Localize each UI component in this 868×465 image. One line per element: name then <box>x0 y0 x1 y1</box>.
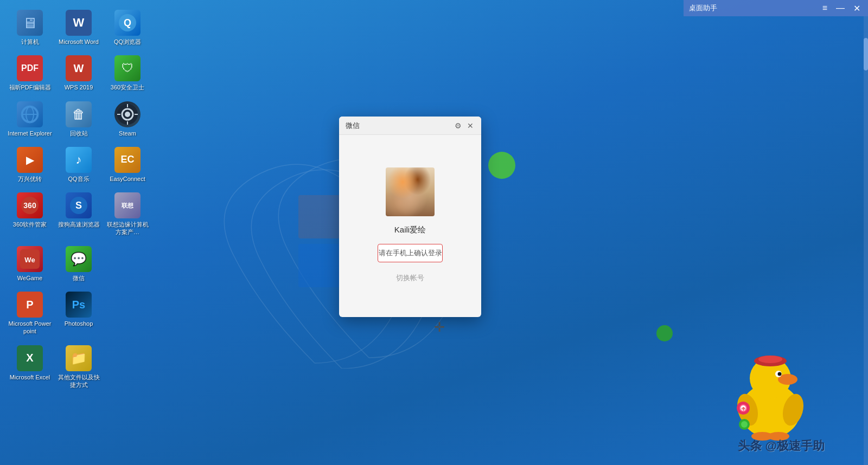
toolbar-buttons: ≡ — ✕ <box>820 3 863 14</box>
excel-label: Microsoft Excel <box>10 373 50 381</box>
top-toolbar: 桌面助手 ≡ — ✕ <box>684 0 868 16</box>
svg-point-12 <box>125 112 130 117</box>
recycle-icon: 🗑 <box>66 101 92 127</box>
easyconn-icon: EC <box>114 147 141 173</box>
ps-icon: Ps <box>66 292 92 318</box>
desktop-icon-360[interactable]: 🛡 360安全卫士 <box>103 51 152 95</box>
desktop-icon-wechat-desk[interactable]: 💬 微信 <box>54 242 103 286</box>
desktop-icon-qqmusic[interactable]: ♪ QQ音乐 <box>54 143 103 187</box>
360-label: 360安全卫士 <box>111 83 144 91</box>
excel-icon: X <box>17 345 43 371</box>
svg-text:Q: Q <box>124 17 131 28</box>
svg-text:We: We <box>24 256 35 264</box>
wegame-icon: We <box>17 246 43 272</box>
wanxing-label: 万兴优转 <box>18 175 42 183</box>
avatar-image <box>386 167 435 216</box>
dialog-titlebar: 微信 ⚙ ✕ <box>339 117 481 135</box>
dialog-title: 微信 <box>346 121 360 131</box>
desktop-icon-pdf[interactable]: PDF 福昕PDF编辑器 <box>5 51 54 95</box>
desktop-icon-excel[interactable]: X Microsoft Excel <box>5 341 54 393</box>
toolbar-close-btn[interactable]: ✕ <box>851 3 863 14</box>
svg-text:360: 360 <box>23 201 36 210</box>
ie-label: Internet Explorer <box>8 130 52 137</box>
scrollbar-thumb <box>864 38 868 70</box>
svg-text:S: S <box>75 200 82 211</box>
360-icon: 🛡 <box>114 55 141 81</box>
computer-icon: 🖥 <box>17 10 43 36</box>
desktop-icon-steam[interactable]: Steam <box>103 97 152 141</box>
wechat-desk-icon: 💬 <box>66 246 92 272</box>
dialog-settings-btn[interactable]: ⚙ <box>454 120 463 131</box>
svg-text:中: 中 <box>742 406 745 411</box>
right-scrollbar[interactable] <box>864 16 868 465</box>
icon-row-3: ▶ 万兴优转 ♪ QQ音乐 EC EasyConnect <box>5 143 152 188</box>
wegame-label: WeGame <box>17 274 42 282</box>
desktop-icon-qq-browser[interactable]: Q QQ浏览器 <box>103 5 152 50</box>
toolbar-title: 桌面助手 <box>689 3 717 13</box>
desktop-icon-lenovo[interactable]: 联想 联想边缘计算机方案产… <box>103 188 152 241</box>
lenovo-icon: 联想 <box>114 192 141 218</box>
desktop-icon-sougou[interactable]: S 搜狗高速浏览器 <box>54 188 103 241</box>
steam-label: Steam <box>119 130 136 137</box>
dialog-controls: ⚙ ✕ <box>454 120 475 131</box>
dialog-body: Kaili爱绘 请在手机上确认登录 切换帐号 <box>339 135 481 317</box>
ie-icon <box>17 101 43 127</box>
watermark: 头条 @极速手助 <box>738 438 825 454</box>
desktop-icon-ppt[interactable]: P Microsoft Powerpoint <box>5 287 54 340</box>
360mgr-icon: 360 <box>17 192 43 218</box>
wps-icon: W <box>66 55 92 81</box>
pdf-label: 福昕PDF编辑器 <box>9 83 51 91</box>
desktop-icon-ps[interactable]: Ps Photoshop <box>54 287 103 340</box>
confirm-login-button[interactable]: 请在手机上确认登录 <box>378 244 443 262</box>
easyconn-label: EasyConnect <box>110 175 145 183</box>
qqmusic-label: QQ音乐 <box>68 175 89 183</box>
360mgr-label: 360软件管家 <box>13 221 47 228</box>
desktop-icon-word[interactable]: W Microsoft Word <box>54 5 103 50</box>
desktop: 桌面助手 ≡ — ✕ 🖥 计算机 W Microsoft Word <box>0 0 868 465</box>
desktop-icon-computer[interactable]: 🖥 计算机 <box>5 5 54 50</box>
qq-browser-icon: Q <box>114 10 141 36</box>
dialog-close-btn[interactable]: ✕ <box>466 120 475 131</box>
sougou-icon: S <box>66 192 92 218</box>
desktop-icon-ie[interactable]: Internet Explorer <box>5 97 54 141</box>
switch-account-button[interactable]: 切换帐号 <box>392 271 429 285</box>
word-label: Microsoft Word <box>59 38 99 46</box>
svg-point-35 <box>741 421 748 428</box>
svg-point-29 <box>758 356 782 363</box>
wps-label: WPS 2019 <box>65 83 93 91</box>
desktop-icon-wps[interactable]: W WPS 2019 <box>54 51 103 95</box>
desktop-icon-easyconn[interactable]: EC EasyConnect <box>103 143 152 187</box>
files-label: 其他文件以及快捷方式 <box>56 373 101 389</box>
duck-mascot: 中 <box>727 330 814 438</box>
desktop-icon-wanxing[interactable]: ▶ 万兴优转 <box>5 143 54 187</box>
deco-circle-2 <box>656 325 673 341</box>
icon-row-7: X Microsoft Excel 📁 其他文件以及快捷方式 <box>5 341 152 395</box>
wechat-dialog: 微信 ⚙ ✕ Kaili爱绘 请在手机上确认登录 切换帐号 <box>339 117 481 317</box>
svg-point-23 <box>778 372 782 376</box>
ppt-label: Microsoft Powerpoint <box>8 320 52 335</box>
desktop-icon-wegame[interactable]: We WeGame <box>5 242 54 286</box>
user-avatar <box>386 167 435 216</box>
wanxing-icon: ▶ <box>17 147 43 173</box>
files-icon: 📁 <box>66 345 92 371</box>
computer-label: 计算机 <box>21 38 39 46</box>
sougou-label: 搜狗高速浏览器 <box>58 221 100 228</box>
ppt-icon: P <box>17 292 43 318</box>
desktop-icons: 🖥 计算机 W Microsoft Word Q QQ浏览器 PDF <box>5 5 152 394</box>
icon-row-5: We WeGame 💬 微信 <box>5 242 152 287</box>
recycle-label: 回收站 <box>70 130 88 137</box>
pdf-icon: PDF <box>17 55 43 81</box>
cursor-cross: ✛ <box>434 320 445 335</box>
steam-icon <box>114 101 141 127</box>
icon-row-4: 360 360软件管家 S 搜狗高速浏览器 联想 联想边缘计算机方案产… <box>5 188 152 242</box>
icon-row-6: P Microsoft Powerpoint Ps Photoshop <box>5 287 152 341</box>
desktop-icon-files[interactable]: 📁 其他文件以及快捷方式 <box>54 341 103 393</box>
toolbar-min-btn[interactable]: — <box>834 3 847 14</box>
desktop-icon-360mgr[interactable]: 360 360软件管家 <box>5 188 54 241</box>
desktop-icon-recycle[interactable]: 🗑 回收站 <box>54 97 103 141</box>
toolbar-menu-btn[interactable]: ≡ <box>820 3 829 14</box>
icon-row-1: PDF 福昕PDF编辑器 W WPS 2019 🛡 360安全卫士 <box>5 51 152 96</box>
svg-rect-0 <box>298 195 342 238</box>
lenovo-label: 联想边缘计算机方案产… <box>105 221 150 236</box>
icon-row-2: Internet Explorer 🗑 回收站 <box>5 97 152 143</box>
